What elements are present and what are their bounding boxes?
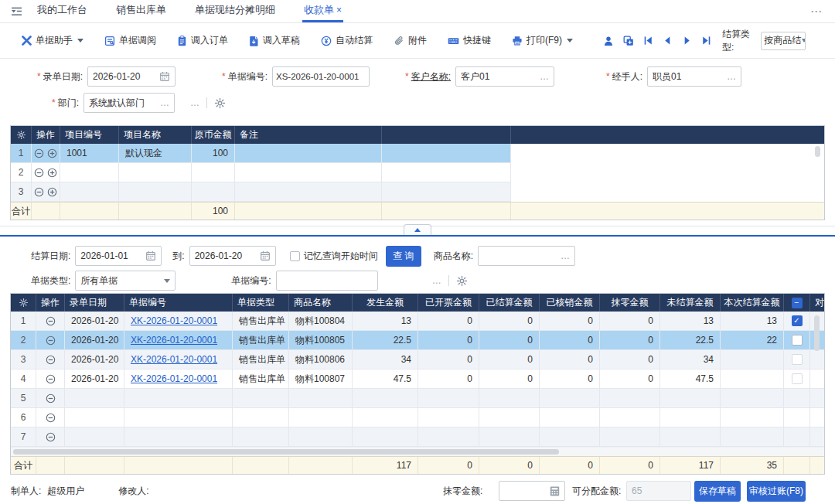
table-row[interactable]: 7 xyxy=(11,427,824,447)
remove-row-icon[interactable] xyxy=(46,432,56,442)
lookup-icon[interactable]: … xyxy=(727,71,736,82)
last-record-icon[interactable] xyxy=(701,36,711,46)
doc-no-link[interactable]: XK-2026-01-20-0001 xyxy=(131,335,217,346)
prev-record-icon[interactable] xyxy=(663,36,673,46)
import-draft-button[interactable]: 调入草稿 xyxy=(249,34,300,47)
table-row[interactable]: 3 xyxy=(11,182,511,202)
department-input[interactable]: 系统默认部门 … xyxy=(84,93,175,113)
query-button[interactable]: 查 询 xyxy=(386,246,421,267)
table-row[interactable]: 22026-01-20XK-2026-01-20-0001销售出库单物料1008… xyxy=(11,331,824,350)
doc-no-input[interactable]: XS-2026-01-20-0001 xyxy=(272,66,370,87)
calendar-icon[interactable] xyxy=(145,250,156,261)
first-record-icon[interactable] xyxy=(643,36,653,46)
cell-note xyxy=(235,182,382,201)
tab-sales-outbound[interactable]: 销售出库单 xyxy=(114,0,168,22)
doc-type-select[interactable]: 所有单据 xyxy=(75,271,176,291)
save-draft-button[interactable]: 保存草稿 xyxy=(694,481,741,502)
calculator-icon[interactable] xyxy=(547,486,560,496)
lookup-icon[interactable]: … xyxy=(561,250,570,261)
calendar-icon[interactable] xyxy=(159,71,170,82)
doc-no-link[interactable]: XK-2026-01-20-0001 xyxy=(131,354,217,365)
cell-doc-type xyxy=(233,427,289,446)
cell-amount: 100 xyxy=(192,144,235,162)
post-button[interactable]: 审核过账(F8) xyxy=(747,481,806,502)
table-row[interactable]: 12026-01-20XK-2026-01-20-0001销售出库单物料1008… xyxy=(11,312,824,331)
field-label: 单据编号: xyxy=(231,274,271,288)
add-row-icon[interactable] xyxy=(47,168,57,178)
allocatable-label: 可分配金额: xyxy=(572,481,621,501)
vertical-scrollbar-thumb[interactable] xyxy=(815,146,820,157)
row-checkbox[interactable]: ✓ xyxy=(792,315,803,326)
settle-type-select[interactable]: 按商品结 xyxy=(761,32,806,50)
add-row-icon[interactable] xyxy=(47,187,57,197)
remember-start-checkbox[interactable] xyxy=(290,251,300,261)
col-select[interactable]: − xyxy=(784,294,810,312)
select-all-checkbox[interactable]: − xyxy=(792,298,803,308)
more-fields-icon[interactable]: … xyxy=(190,97,199,108)
lookup-icon[interactable]: … xyxy=(160,97,169,108)
auto-settle-button[interactable]: 自动结算 xyxy=(321,34,373,47)
user-icon[interactable] xyxy=(603,36,614,46)
customer-input[interactable]: 客户01 … xyxy=(455,66,554,87)
collapse-menu-icon[interactable] xyxy=(11,6,23,17)
table-row[interactable]: 5 xyxy=(11,389,824,408)
remove-row-icon[interactable] xyxy=(46,335,56,346)
row-number: 1 xyxy=(19,148,24,158)
cell-settings: 2 xyxy=(11,331,36,349)
remove-row-icon[interactable] xyxy=(46,316,56,326)
filter-doc-no-input[interactable] xyxy=(276,271,378,291)
tab-receipt-active[interactable]: 收款单 × xyxy=(302,0,343,22)
table-row[interactable]: 32026-01-20XK-2026-01-20-0001销售出库单物料1008… xyxy=(11,350,824,369)
row-checkbox[interactable] xyxy=(792,373,803,384)
table-row[interactable]: 6 xyxy=(11,408,824,427)
copy-new-icon[interactable] xyxy=(623,36,634,46)
remove-row-icon[interactable] xyxy=(46,374,56,384)
handler-input[interactable]: 职员01 … xyxy=(647,66,741,87)
add-row-icon[interactable] xyxy=(47,148,57,158)
table-row[interactable]: 42026-01-20XK-2026-01-20-0001销售出库单物料1008… xyxy=(11,369,824,389)
header-settings-gear-icon[interactable] xyxy=(214,97,226,109)
import-order-button[interactable]: 调入订单 xyxy=(177,34,228,47)
col-settings[interactable] xyxy=(11,126,32,144)
remove-row-icon[interactable] xyxy=(34,187,44,197)
remove-row-icon[interactable] xyxy=(46,393,56,404)
record-date-input[interactable]: 2026-01-20 xyxy=(87,66,176,87)
row-checkbox[interactable] xyxy=(792,354,803,365)
horizontal-scrollbar[interactable] xyxy=(11,447,824,456)
tab-cash-settle-detail[interactable]: 单据现结分摊明细 xyxy=(193,0,277,22)
date-from-input[interactable]: 2026-01-01 xyxy=(75,246,162,266)
col-settings[interactable] xyxy=(11,294,36,312)
lookup-icon[interactable]: … xyxy=(540,71,549,82)
shortcuts-button[interactable]: 快捷键 xyxy=(448,34,491,47)
customer-label-link[interactable]: 客户名称: xyxy=(411,70,451,83)
remove-row-icon[interactable] xyxy=(34,168,44,178)
rounding-input[interactable] xyxy=(499,481,565,501)
remove-row-icon[interactable] xyxy=(34,148,44,158)
table-row[interactable]: 11001默认现金100 xyxy=(11,144,511,163)
next-record-icon[interactable] xyxy=(682,36,692,46)
tab-my-workbench[interactable]: 我的工作台 xyxy=(36,0,89,22)
doc-review-button[interactable]: 单据调阅 xyxy=(104,34,156,47)
doc-no-link[interactable]: XK-2026-01-20-0001 xyxy=(131,315,217,326)
scrollbar-thumb[interactable] xyxy=(13,449,559,455)
attachment-button[interactable]: 附件 xyxy=(394,34,427,47)
total-amount: 117 xyxy=(353,457,418,474)
remove-row-icon[interactable] xyxy=(46,413,56,423)
row-checkbox[interactable] xyxy=(792,335,803,346)
more-tabs-icon[interactable]: ··· xyxy=(811,6,835,17)
product-name-input[interactable]: … xyxy=(478,246,575,266)
more-filters-icon[interactable]: … xyxy=(432,275,441,286)
remove-row-icon[interactable] xyxy=(46,355,56,365)
cell-product-name xyxy=(289,427,353,446)
collapse-panel-button[interactable] xyxy=(404,224,431,235)
date-to-input[interactable]: 2026-01-20 xyxy=(189,246,276,266)
vertical-scrollbar-thumb[interactable] xyxy=(814,315,820,351)
close-tab-icon[interactable]: × xyxy=(336,5,342,15)
cell-written-off: 0 xyxy=(540,369,600,388)
filter-settings-gear-icon[interactable] xyxy=(456,275,468,287)
print-button[interactable]: 打印(F9) xyxy=(512,34,573,47)
table-row[interactable]: 2 xyxy=(11,163,511,182)
doc-no-link[interactable]: XK-2026-01-20-0001 xyxy=(131,373,217,384)
calendar-icon[interactable] xyxy=(260,250,271,261)
doc-assistant-button[interactable]: 单据助手 xyxy=(22,34,84,47)
